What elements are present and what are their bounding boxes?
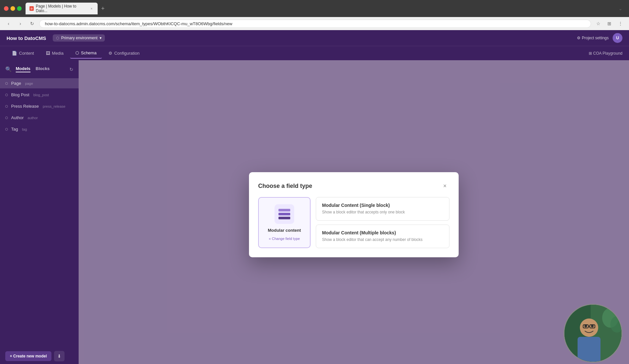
sidebar-item-slug-blog-post: blog_post [33,93,49,97]
browser-toolbar: ‹ › ↻ how-to-datocms.admin.datocms.com/s… [0,17,629,30]
coa-label: COA Playground [593,51,622,56]
traffic-lights [4,6,22,11]
sidebar-item-name-blog-post: Blog Post [11,92,29,97]
sidebar-item-tag[interactable]: Tag tag [0,124,79,134]
sidebar-search[interactable]: 🔍 [5,66,12,72]
sidebar-dot-blog-post [5,94,8,96]
modal-header: Choose a field type × [258,181,449,191]
create-model-button[interactable]: + Create new model [5,351,51,361]
tab-media[interactable]: 🖼 Media [41,48,69,58]
change-field-type-link[interactable]: « Change field type [269,237,300,241]
project-settings-button[interactable]: ⚙ Project settings [577,36,609,40]
sidebar: 🔍 Models Blocks ↻ Page page Blog Post bl… [0,60,79,364]
field-option-single-block[interactable]: Modular Content (Single block) Show a bl… [316,197,449,221]
browser-menu-button[interactable]: ⌄ [616,4,625,13]
coa-icon: ⊞ [589,51,592,56]
tab-configuration[interactable]: ⚙ Configuration [103,48,145,58]
layer-bot [278,217,290,219]
back-button[interactable]: ‹ [4,19,13,28]
svg-point-4 [580,318,598,337]
sidebar-dot-press-release [5,105,8,108]
sidebar-item-author[interactable]: Author author [0,113,79,123]
browser-titlebar: D Page | Models | How to Dato... × + ⌄ [0,0,629,17]
sidebar-header: 🔍 Models Blocks ↻ [0,64,79,74]
sidebar-item-blog-post[interactable]: Blog Post blog_post [0,90,79,100]
content-area: Add some fields to this model! What kind… [79,60,629,364]
env-selector[interactable]: ⬡ Primary environment ▾ [53,34,105,42]
env-dropdown-icon: ▾ [100,36,102,40]
field-type-icon [275,204,294,224]
field-option-multiple-blocks[interactable]: Modular Content (Multiple blocks) Show a… [316,225,449,248]
selected-field-type-card[interactable]: Modular content « Change field type [258,197,311,248]
video-overlay [563,304,622,363]
browser-options-button[interactable]: ⋮ [616,19,625,28]
layer-top [278,209,290,211]
sidebar-item-name-press-release: Press Release [11,104,39,109]
modal-close-button[interactable]: × [440,181,449,191]
secondary-nav: 📄 Content 🖼 Media ⬡ Schema ⚙ Configurati… [0,46,629,60]
schema-label: Schema [81,50,97,55]
sidebar-tab-models[interactable]: Models [16,66,30,72]
settings-icon: ⚙ [577,36,581,40]
address-bar[interactable]: how-to-datocms.admin.datocms.com/schema/… [39,20,591,28]
tab-label: Page | Models | How to Dato... [36,4,86,13]
field-option-multiple-blocks-desc: Show a block editor that can accept any … [322,237,443,243]
stacked-layers-icon [278,209,290,219]
coa-playground-button[interactable]: ⊞ COA Playground [589,51,622,56]
import-button[interactable]: ⬇ [54,351,65,361]
maximize-window-button[interactable] [17,6,22,11]
person-video-svg [564,305,622,363]
field-type-name: Modular content [268,228,301,233]
field-type-modal: Choose a field type × [249,172,459,257]
refresh-button[interactable]: ↻ [28,19,37,28]
url-text: how-to-datocms.admin.datocms.com/schema/… [45,21,232,26]
tab-content[interactable]: 📄 Content [7,48,39,58]
field-option-single-block-title: Modular Content (Single block) [322,203,443,208]
app-container: How to DatoCMS ⬡ Primary environment ▾ ⚙… [0,30,629,364]
top-nav: How to DatoCMS ⬡ Primary environment ▾ ⚙… [0,30,629,46]
extensions-button[interactable]: ⊞ [605,19,614,28]
modal-body: Modular content « Change field type Modu… [258,197,449,248]
field-option-single-block-desc: Show a block editor that accepts only on… [322,209,443,215]
bookmark-button[interactable]: ☆ [594,19,603,28]
sidebar-dot-tag [5,128,8,131]
tab-close-button[interactable]: × [89,6,94,11]
layer-mid [278,213,290,215]
field-option-multiple-blocks-title: Modular Content (Multiple blocks) [322,230,443,235]
sidebar-item-name-author: Author [11,115,24,120]
sidebar-item-page[interactable]: Page page [0,78,79,88]
active-tab[interactable]: D Page | Models | How to Dato... × [26,3,98,14]
user-avatar[interactable]: U [613,33,622,43]
tab-schema[interactable]: ⬡ Schema [70,48,102,59]
sidebar-dot-author [5,117,8,119]
search-icon: 🔍 [5,66,12,72]
sidebar-tabs: Models Blocks [16,66,49,72]
sidebar-tab-blocks[interactable]: Blocks [36,66,50,72]
sidebar-item-slug-press-release: press_release [43,104,66,108]
sidebar-item-press-release[interactable]: Press Release press_release [0,101,79,111]
sidebar-item-name-tag: Tag [11,127,18,132]
modal-overlay: Choose a field type × [79,60,629,364]
configuration-icon: ⚙ [108,51,112,56]
media-label: Media [52,51,64,56]
minimize-window-button[interactable] [10,6,15,11]
sidebar-bottom: + Create new model ⬇ [0,347,79,364]
sidebar-item-name-page: Page [11,81,21,86]
sidebar-refresh-button[interactable]: ↻ [69,67,73,72]
content-icon: 📄 [12,51,17,56]
media-icon: 🖼 [46,51,50,56]
close-window-button[interactable] [4,6,9,11]
svg-point-7 [591,325,594,327]
env-label: Primary environment [61,36,98,40]
top-nav-actions: ⚙ Project settings U [577,33,622,43]
toolbar-actions: ☆ ⊞ ⋮ [594,19,625,28]
field-options-list: Modular Content (Single block) Show a bl… [316,197,449,248]
tab-bar: D Page | Models | How to Dato... × + [26,3,613,14]
sidebar-item-slug-page: page [25,82,33,85]
sidebar-dot-page [5,82,8,85]
new-tab-button[interactable]: + [99,5,107,12]
forward-button[interactable]: › [16,19,25,28]
main-content: 🔍 Models Blocks ↻ Page page Blog Post bl… [0,60,629,364]
content-label: Content [19,51,34,56]
svg-rect-5 [578,337,600,363]
